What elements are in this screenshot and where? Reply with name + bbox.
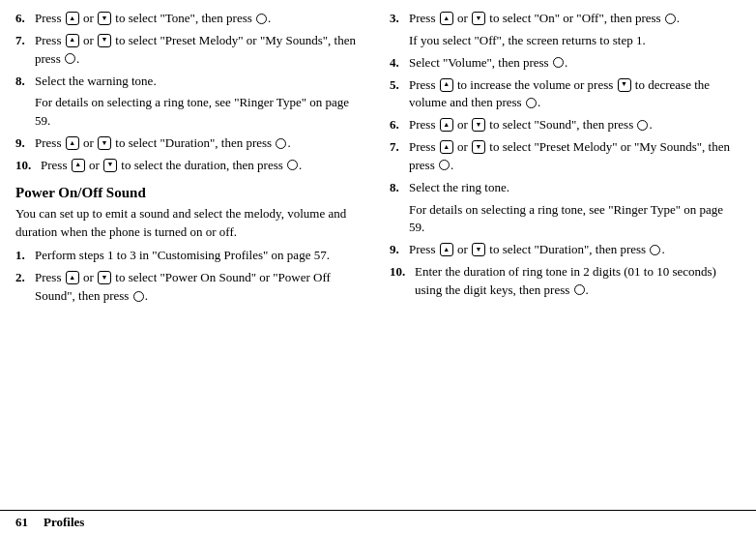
ok-button-icon [526, 98, 537, 108]
left-list: 6. Press ▲ or ▼ to select "Tone", then p… [15, 10, 366, 90]
ok-button-icon [665, 14, 676, 24]
footer-page-number: 61 [15, 515, 28, 530]
section-intro: You can set up to emit a sound and selec… [15, 205, 366, 242]
item-text: Select the warning tone. [35, 73, 366, 91]
right-list-continued: 4. Select "Volume", then press . 5. Pres… [390, 54, 741, 197]
down-icon: ▼ [618, 78, 631, 92]
up-icon: ▲ [440, 12, 453, 25]
list-item: 8. Select the ring tone. [390, 179, 741, 197]
ok-button-icon [553, 57, 564, 68]
indent-text: For details on selecting a ring tone, se… [409, 201, 741, 238]
footer-title: Profiles [44, 515, 84, 530]
down-icon: ▼ [98, 34, 111, 47]
item-text: Press ▲ or ▼ to select "Tone", then pres… [35, 10, 366, 28]
section-title: Power On/Off Sound [15, 185, 366, 201]
item-number: 4. [390, 54, 409, 73]
ok-button-icon [637, 120, 648, 131]
down-icon: ▼ [472, 118, 485, 132]
list-item: 1. Perform steps 1 to 3 in "Customising … [15, 247, 366, 265]
list-item: 3. Press ▲ or ▼ to select "On" or "Off",… [390, 10, 741, 28]
item-number: 5. [390, 76, 409, 113]
indent-text: For details on selecting a ring tone, se… [35, 94, 366, 131]
item-text: Press ▲ or ▼ to select "Duration", then … [409, 241, 741, 259]
item-number: 2. [15, 269, 35, 306]
page: 6. Press ▲ or ▼ to select "Tone", then p… [0, 0, 756, 534]
item-text: Select the ring tone. [409, 179, 741, 197]
up-icon: ▲ [66, 12, 79, 25]
ok-button-icon [574, 284, 585, 295]
right-list-end: 9. Press ▲ or ▼ to select "Duration", th… [390, 241, 741, 300]
down-icon: ▼ [103, 159, 117, 172]
up-icon: ▲ [440, 140, 453, 154]
up-icon: ▲ [440, 78, 453, 92]
ok-button-icon [287, 160, 298, 170]
list-item: 7. Press ▲ or ▼ to select "Preset Melody… [390, 138, 741, 175]
list-item: 7. Press ▲ or ▼ to select "Preset Melody… [15, 32, 366, 69]
item-text: Press ▲ to increase the volume or press … [409, 76, 741, 113]
item-text: Press ▲ or ▼ to select "Duration", then … [35, 134, 366, 153]
item-text: Perform steps 1 to 3 in "Customising Pro… [35, 247, 366, 265]
down-icon: ▼ [472, 12, 485, 25]
ok-button-icon [133, 291, 144, 302]
up-icon: ▲ [440, 243, 453, 256]
item-number: 8. [15, 73, 35, 91]
list-item: 6. Press ▲ or ▼ to select "Tone", then p… [15, 10, 366, 28]
ok-button-icon [276, 138, 286, 149]
ok-button-icon [65, 53, 75, 64]
item-number: 7. [15, 32, 35, 69]
right-column: 3. Press ▲ or ▼ to select "On" or "Off",… [390, 10, 741, 510]
up-icon: ▲ [440, 118, 453, 132]
indent-text: If you select "Off", the screen returns … [409, 32, 741, 50]
item-number: 1. [15, 247, 35, 265]
item-text: Press ▲ or ▼ to select "Preset Melody" o… [409, 138, 741, 175]
item-number: 10. [390, 263, 415, 300]
item-text: Select "Volume", then press . [409, 54, 741, 73]
item-number: 9. [390, 241, 409, 259]
down-icon: ▼ [98, 12, 111, 25]
list-item: 10. Enter the duration of ring tone in 2… [390, 263, 741, 300]
list-item: 4. Select "Volume", then press . [390, 54, 741, 73]
list-item: 9. Press ▲ or ▼ to select "Duration", th… [15, 134, 366, 153]
item-number: 6. [390, 116, 409, 134]
item-text: Press ▲ or ▼ to select "Sound", then pre… [409, 116, 741, 134]
item-text: Press ▲ or ▼ to select "On" or "Off", th… [409, 10, 741, 28]
up-icon: ▲ [66, 271, 79, 284]
list-item: 5. Press ▲ to increase the volume or pre… [390, 76, 741, 113]
item-number: 10. [15, 157, 41, 175]
page-footer: 61 Profiles [0, 510, 756, 534]
list-item: 6. Press ▲ or ▼ to select "Sound", then … [390, 116, 741, 134]
item-text: Press ▲ or ▼ to select "Power On Sound" … [35, 269, 366, 306]
down-icon: ▼ [472, 140, 485, 154]
item-text: Enter the duration of ring tone in 2 dig… [415, 263, 741, 300]
list-item: 9. Press ▲ or ▼ to select "Duration", th… [390, 241, 741, 259]
up-icon: ▲ [66, 136, 79, 150]
down-icon: ▼ [472, 243, 485, 256]
item-number: 3. [390, 10, 409, 28]
right-list: 3. Press ▲ or ▼ to select "On" or "Off",… [390, 10, 741, 28]
left-column: 6. Press ▲ or ▼ to select "Tone", then p… [15, 10, 366, 510]
up-icon: ▲ [72, 159, 85, 172]
down-icon: ▼ [98, 136, 111, 150]
item-number: 9. [15, 134, 35, 153]
left-list-continued: 9. Press ▲ or ▼ to select "Duration", th… [15, 134, 366, 175]
ok-button-icon [256, 14, 267, 24]
content-area: 6. Press ▲ or ▼ to select "Tone", then p… [0, 0, 756, 510]
item-text: Press ▲ or ▼ to select the duration, the… [41, 157, 366, 175]
item-text: Press ▲ or ▼ to select "Preset Melody" o… [35, 32, 366, 69]
up-icon: ▲ [66, 34, 79, 47]
item-number: 6. [15, 10, 35, 28]
ok-button-icon [439, 160, 450, 170]
ok-button-icon [650, 245, 660, 255]
down-icon: ▼ [98, 271, 111, 284]
item-number: 8. [390, 179, 409, 197]
list-item: 10. Press ▲ or ▼ to select the duration,… [15, 157, 366, 175]
section-list: 1. Perform steps 1 to 3 in "Customising … [15, 247, 366, 306]
list-item: 8. Select the warning tone. [15, 73, 366, 91]
list-item: 2. Press ▲ or ▼ to select "Power On Soun… [15, 269, 366, 306]
item-number: 7. [390, 138, 409, 175]
